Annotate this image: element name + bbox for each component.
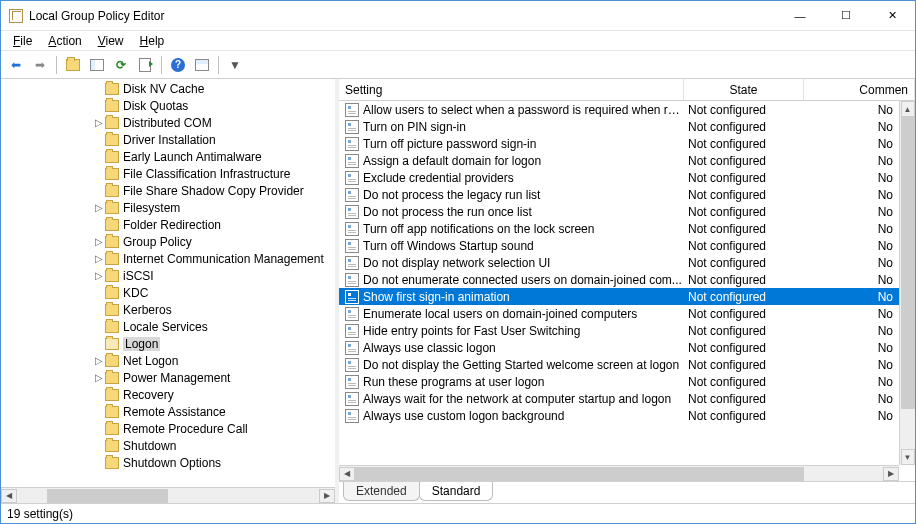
setting-comment: No xyxy=(804,256,899,270)
close-button[interactable]: ✕ xyxy=(869,1,915,30)
tree-item-label: Net Logon xyxy=(123,354,178,368)
tree-item[interactable]: ▷Internet Communication Management xyxy=(1,250,335,267)
setting-row[interactable]: Allow users to select when a password is… xyxy=(339,101,899,118)
tree-item[interactable]: Disk NV Cache xyxy=(1,80,335,97)
setting-name: Enumerate local users on domain-joined c… xyxy=(363,307,684,321)
setting-name: Always wait for the network at computer … xyxy=(363,392,684,406)
setting-name: Always use custom logon background xyxy=(363,409,684,423)
list-vertical-scrollbar[interactable]: ▲ ▼ xyxy=(899,101,915,465)
column-state[interactable]: State xyxy=(684,79,804,100)
tree-item[interactable]: ▷Distributed COM xyxy=(1,114,335,131)
settings-list[interactable]: Allow users to select when a password is… xyxy=(339,101,899,465)
scroll-down-icon[interactable]: ▼ xyxy=(901,449,915,465)
properties-button[interactable] xyxy=(191,54,213,76)
tree-item[interactable]: Shutdown xyxy=(1,437,335,454)
setting-comment: No xyxy=(804,324,899,338)
setting-row[interactable]: Turn off picture password sign-inNot con… xyxy=(339,135,899,152)
minimize-button[interactable]: — xyxy=(777,1,823,30)
setting-name: Turn off app notifications on the lock s… xyxy=(363,222,684,236)
tree-item[interactable]: Folder Redirection xyxy=(1,216,335,233)
help-button[interactable]: ? xyxy=(167,54,189,76)
setting-row[interactable]: Always wait for the network at computer … xyxy=(339,390,899,407)
tree-horizontal-scrollbar[interactable]: ◀ ▶ xyxy=(1,487,335,503)
setting-row[interactable]: Do not display network selection UINot c… xyxy=(339,254,899,271)
tree-item[interactable]: Driver Installation xyxy=(1,131,335,148)
setting-state: Not configured xyxy=(684,137,804,151)
folder-icon xyxy=(105,151,119,163)
tree-item[interactable]: File Share Shadow Copy Provider xyxy=(1,182,335,199)
refresh-button[interactable]: ⟳ xyxy=(110,54,132,76)
folder-icon xyxy=(105,389,119,401)
up-folder-button[interactable] xyxy=(62,54,84,76)
tree-item[interactable]: ▷iSCSI xyxy=(1,267,335,284)
setting-row[interactable]: Turn on PIN sign-inNot configuredNo xyxy=(339,118,899,135)
setting-row[interactable]: Hide entry points for Fast User Switchin… xyxy=(339,322,899,339)
setting-row[interactable]: Always use classic logonNot configuredNo xyxy=(339,339,899,356)
scroll-left-icon[interactable]: ◀ xyxy=(1,489,17,503)
tree-item[interactable]: Remote Assistance xyxy=(1,403,335,420)
tree-item[interactable]: Logon xyxy=(1,335,335,352)
tree-item[interactable]: Disk Quotas xyxy=(1,97,335,114)
setting-row[interactable]: Enumerate local users on domain-joined c… xyxy=(339,305,899,322)
setting-row[interactable]: Do not process the run once listNot conf… xyxy=(339,203,899,220)
menu-action[interactable]: Action xyxy=(40,32,89,50)
maximize-button[interactable]: ☐ xyxy=(823,1,869,30)
show-hide-tree-button[interactable] xyxy=(86,54,108,76)
tree-item[interactable]: ▷Power Management xyxy=(1,369,335,386)
tab-standard[interactable]: Standard xyxy=(419,482,494,501)
tree-item[interactable]: Remote Procedure Call xyxy=(1,420,335,437)
scroll-up-icon[interactable]: ▲ xyxy=(901,101,915,117)
setting-row[interactable]: Assign a default domain for logonNot con… xyxy=(339,152,899,169)
view-tabs: Extended Standard xyxy=(339,481,915,503)
expand-icon[interactable]: ▷ xyxy=(93,355,105,366)
tree-item[interactable]: Early Launch Antimalware xyxy=(1,148,335,165)
export-list-button[interactable] xyxy=(134,54,156,76)
setting-row[interactable]: Always use custom logon backgroundNot co… xyxy=(339,407,899,424)
setting-state: Not configured xyxy=(684,171,804,185)
column-comment[interactable]: Commen xyxy=(804,79,915,100)
column-setting[interactable]: Setting xyxy=(339,79,684,100)
setting-state: Not configured xyxy=(684,103,804,117)
setting-comment: No xyxy=(804,392,899,406)
folder-icon xyxy=(105,202,119,214)
tree-item[interactable]: File Classification Infrastructure xyxy=(1,165,335,182)
tree-item[interactable]: KDC xyxy=(1,284,335,301)
scroll-left-icon[interactable]: ◀ xyxy=(339,467,355,481)
setting-state: Not configured xyxy=(684,205,804,219)
setting-row[interactable]: Do not process the legacy run listNot co… xyxy=(339,186,899,203)
back-button[interactable]: ⬅ xyxy=(5,54,27,76)
setting-row[interactable]: Do not display the Getting Started welco… xyxy=(339,356,899,373)
expand-icon[interactable]: ▷ xyxy=(93,202,105,213)
setting-row[interactable]: Run these programs at user logonNot conf… xyxy=(339,373,899,390)
setting-row[interactable]: Do not enumerate connected users on doma… xyxy=(339,271,899,288)
expand-icon[interactable]: ▷ xyxy=(93,236,105,247)
tree-item[interactable]: ▷Group Policy xyxy=(1,233,335,250)
tree-item[interactable]: Recovery xyxy=(1,386,335,403)
expand-icon[interactable]: ▷ xyxy=(93,270,105,281)
expand-icon[interactable]: ▷ xyxy=(93,117,105,128)
scroll-right-icon[interactable]: ▶ xyxy=(883,467,899,481)
setting-row[interactable]: Turn off Windows Startup soundNot config… xyxy=(339,237,899,254)
expand-icon[interactable]: ▷ xyxy=(93,253,105,264)
menu-view[interactable]: View xyxy=(90,32,132,50)
tree-item[interactable]: Shutdown Options xyxy=(1,454,335,471)
forward-button[interactable]: ➡ xyxy=(29,54,51,76)
setting-row[interactable]: Turn off app notifications on the lock s… xyxy=(339,220,899,237)
folder-icon xyxy=(105,338,119,350)
expand-icon[interactable]: ▷ xyxy=(93,372,105,383)
tree-item[interactable]: ▷Net Logon xyxy=(1,352,335,369)
tab-extended[interactable]: Extended xyxy=(343,482,420,501)
tree-item[interactable]: Kerberos xyxy=(1,301,335,318)
menu-file[interactable]: File xyxy=(5,32,40,50)
list-horizontal-scrollbar[interactable]: ◀ ▶ xyxy=(339,465,899,481)
setting-row[interactable]: Exclude credential providersNot configur… xyxy=(339,169,899,186)
policy-icon xyxy=(345,358,359,372)
tree-item[interactable]: Locale Services xyxy=(1,318,335,335)
tree-item[interactable]: ▷Filesystem xyxy=(1,199,335,216)
filter-button[interactable]: ▼ xyxy=(224,54,246,76)
setting-state: Not configured xyxy=(684,154,804,168)
tree-view[interactable]: Disk NV CacheDisk Quotas▷Distributed COM… xyxy=(1,79,335,487)
setting-row[interactable]: Show first sign-in animationNot configur… xyxy=(339,288,899,305)
menu-help[interactable]: Help xyxy=(132,32,173,50)
scroll-right-icon[interactable]: ▶ xyxy=(319,489,335,503)
